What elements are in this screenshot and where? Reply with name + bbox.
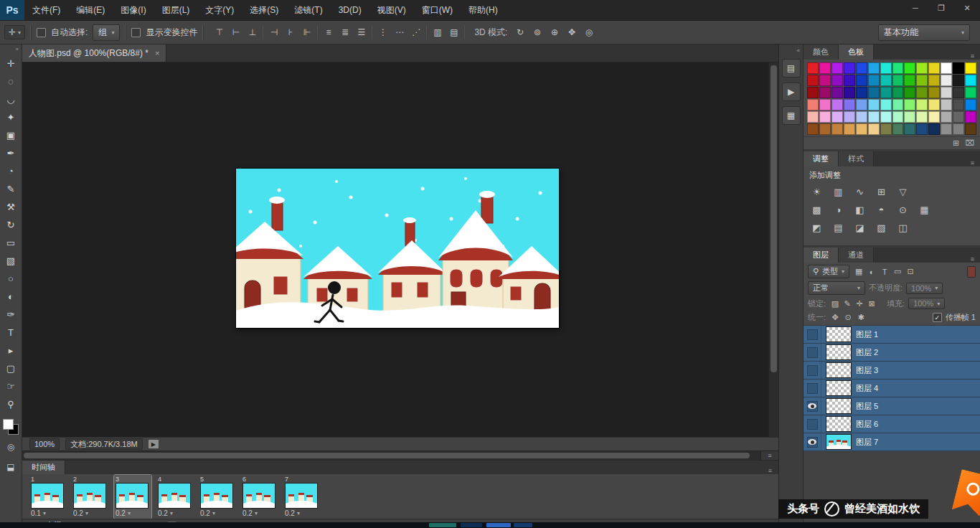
align-bottom-edges[interactable]: ⊥	[245, 25, 260, 39]
gradient-tool[interactable]: ▧	[1, 252, 20, 270]
black-white-icon[interactable]: ◧	[851, 202, 869, 217]
color-swatch[interactable]	[819, 123, 831, 135]
layer-visibility-toggle[interactable]	[804, 433, 821, 451]
color-swatch[interactable]	[892, 87, 904, 98]
taskbar-app-segment[interactable]	[461, 523, 482, 527]
canvas-pasteboard[interactable]	[22, 62, 768, 437]
color-swatch[interactable]	[941, 123, 952, 135]
layer-row[interactable]: 图层 2	[804, 344, 980, 362]
frame-delay-select[interactable]: 0.2▾	[200, 509, 235, 518]
color-swatch[interactable]	[916, 111, 928, 123]
tab-swatches[interactable]: 色板	[839, 44, 874, 60]
color-swatch[interactable]	[831, 123, 843, 135]
layer-visibility-toggle[interactable]	[804, 344, 821, 361]
color-chips[interactable]	[3, 419, 19, 435]
color-swatch[interactable]	[819, 62, 831, 74]
align-vertical-centers[interactable]: ⊢	[228, 25, 243, 39]
color-swatch[interactable]	[831, 62, 843, 74]
layer-thumbnail[interactable]	[826, 399, 851, 413]
levels-icon[interactable]: ▥	[829, 184, 847, 199]
color-swatch[interactable]	[965, 99, 976, 110]
layer-visibility-toggle[interactable]	[804, 326, 821, 343]
color-swatch[interactable]	[904, 75, 915, 86]
3d-roll-tool[interactable]: ⊚	[529, 25, 545, 39]
fill-field[interactable]: 100% ▾	[908, 298, 945, 309]
pen-tool[interactable]: ✑	[1, 306, 20, 324]
layer-row[interactable]: 图层 5	[804, 397, 980, 415]
filter-adjustment-layers-icon[interactable]: ◐	[866, 266, 877, 277]
color-swatch[interactable]	[916, 87, 928, 98]
menu-edit[interactable]: 编辑(E)	[68, 0, 113, 20]
blur-tool[interactable]: ○	[1, 270, 20, 288]
brightness-contrast-icon[interactable]: ☀	[808, 184, 826, 199]
filter-type-layers-icon[interactable]: T	[879, 266, 890, 277]
frame-thumbnail[interactable]	[200, 483, 233, 509]
layer-row[interactable]: 图层 4	[804, 380, 980, 397]
menu-layer[interactable]: 图层(L)	[154, 0, 198, 20]
color-swatch[interactable]	[916, 75, 928, 86]
tab-channels[interactable]: 通道	[839, 248, 874, 263]
color-swatch[interactable]	[856, 87, 867, 98]
layer-visibility-toggle[interactable]	[804, 415, 821, 433]
timeline-tab[interactable]: 时间轴	[22, 461, 65, 474]
color-swatch[interactable]	[904, 87, 915, 98]
color-swatch[interactable]	[904, 99, 915, 110]
color-swatch[interactable]	[892, 62, 904, 74]
distribute-bottom-edges[interactable]: ☰	[354, 25, 369, 39]
align-horizontal-centers[interactable]: ⊦	[283, 25, 298, 39]
horizontal-scrollbar[interactable]: ≡	[22, 451, 778, 460]
timeline-frame[interactable]: 10.1▾	[29, 475, 67, 519]
frame-delay-select[interactable]: 0.1▾	[31, 509, 65, 518]
distribute-vertical-centers[interactable]: ≣	[337, 25, 352, 39]
auto-select-checkbox[interactable]	[37, 28, 46, 37]
color-swatch[interactable]	[941, 62, 952, 74]
lasso-tool[interactable]: ◡	[1, 90, 20, 108]
color-swatch[interactable]	[807, 123, 819, 135]
lock-position-icon[interactable]: ✛	[854, 298, 865, 309]
color-swatch[interactable]	[928, 99, 940, 110]
timeline-menu-icon[interactable]: ≡	[768, 467, 778, 474]
menu-view[interactable]: 视图(V)	[369, 0, 414, 20]
frame-thumbnail[interactable]	[116, 483, 149, 509]
color-swatch[interactable]	[892, 75, 904, 86]
color-swatch[interactable]	[953, 62, 964, 74]
color-swatch[interactable]	[868, 75, 880, 86]
propagate-frame-checkbox[interactable]: ✓	[933, 313, 942, 322]
color-swatch[interactable]	[844, 87, 855, 98]
path-selection-tool[interactable]: ▸	[1, 341, 20, 359]
hand-tool[interactable]: ☞	[1, 377, 20, 395]
color-swatch[interactable]	[941, 111, 952, 123]
layer-thumbnail[interactable]	[826, 381, 851, 395]
color-swatch[interactable]	[941, 87, 952, 98]
panel-menu-icon[interactable]: ≡	[971, 52, 980, 60]
move-tool[interactable]: ✛	[1, 55, 20, 72]
photo-filter-icon[interactable]: ◓	[872, 202, 890, 217]
color-swatch[interactable]	[868, 99, 880, 110]
minimize-button[interactable]: ─	[903, 0, 928, 16]
menu-help[interactable]: 帮助(H)	[461, 0, 506, 20]
menu-type[interactable]: 文字(Y)	[197, 0, 242, 20]
curves-icon[interactable]: ∿	[851, 184, 869, 199]
lock-image-pixels-icon[interactable]: ✎	[842, 298, 853, 309]
show-transform-controls-checkbox[interactable]	[131, 28, 141, 37]
3d-slide-tool[interactable]: ✥	[564, 25, 579, 39]
toolbar-collapse-icon[interactable]: «	[0, 44, 22, 55]
auto-blend-layers[interactable]: ▤	[446, 25, 461, 39]
layer-filter-type-dropdown[interactable]: ⚲ 类型 ▾	[808, 265, 849, 278]
layer-row[interactable]: 图层 7	[804, 433, 980, 451]
color-swatch[interactable]	[941, 99, 952, 110]
tab-adjustments[interactable]: 调整	[804, 151, 839, 166]
color-swatch[interactable]	[807, 111, 819, 123]
channel-mixer-icon[interactable]: ⊙	[894, 202, 912, 217]
panel-menu-icon[interactable]: ≡	[971, 255, 980, 263]
color-swatch[interactable]	[880, 111, 892, 123]
color-swatch[interactable]	[928, 75, 940, 86]
frame-delay-select[interactable]: 0.2▾	[116, 509, 150, 518]
color-swatch[interactable]	[844, 111, 855, 123]
color-swatch[interactable]	[856, 123, 867, 135]
color-swatch[interactable]	[916, 62, 928, 74]
layer-row[interactable]: 图层 1	[804, 326, 980, 344]
exposure-icon[interactable]: ⊞	[872, 184, 890, 199]
frame-thumbnail[interactable]	[242, 483, 275, 509]
dock-expand-icon[interactable]: «	[797, 47, 803, 54]
